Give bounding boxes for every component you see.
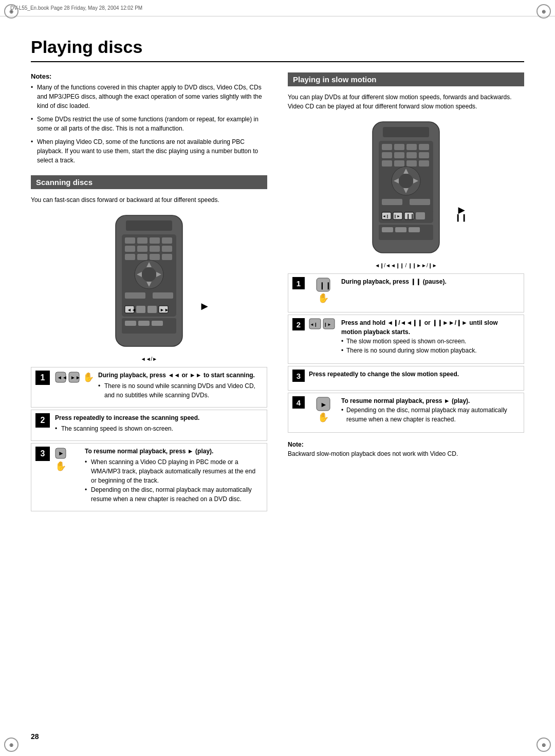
svg-rect-63	[382, 199, 402, 205]
svg-rect-53	[382, 160, 392, 167]
notes-list: Many of the functions covered in this ch…	[31, 83, 267, 165]
remote-image-slow: ❙❙ ◄❙ ❙►	[357, 119, 455, 258]
play-btn-slow-icon: ►	[316, 396, 331, 412]
scanning-steps: 1 ◄◄ ►►	[31, 367, 267, 511]
svg-rect-52	[419, 152, 429, 158]
hand-slow-1: ✋	[318, 292, 329, 304]
slow-step-3: 3 Press repeatedly to change the slow mo…	[288, 366, 524, 391]
svg-rect-73	[409, 227, 420, 232]
slow-motion-intro: You can play DVDs at four different slow…	[288, 93, 524, 111]
svg-text:►►: ►►	[70, 375, 80, 380]
svg-text:◄❙: ◄❙	[382, 214, 389, 218]
main-content: Playing discs Notes: Many of the functio…	[0, 16, 555, 544]
svg-rect-6	[162, 237, 172, 244]
header-bar: DV-L55_En.book Page 28 Friday, May 28, 2…	[0, 0, 555, 16]
step-num-1: 1	[35, 371, 50, 385]
svg-text:►: ►	[320, 400, 327, 409]
slow-motion-header: Playing in slow motion	[288, 72, 524, 86]
svg-rect-49	[382, 152, 392, 158]
svg-text:►►: ►►	[160, 307, 169, 312]
svg-rect-71	[382, 227, 393, 232]
page-title: Playing discs	[31, 37, 524, 62]
svg-text:◄◄: ◄◄	[127, 307, 136, 312]
svg-rect-7	[125, 246, 135, 252]
slow-remote-label: ◄❙/◄◄❙❙ / ❙❙►►/❙►	[375, 263, 437, 268]
svg-rect-56	[419, 160, 429, 167]
slow-step-num-3: 3	[292, 370, 305, 382]
right-column: Playing in slow motion You can play DVDs…	[288, 72, 524, 513]
svg-rect-4	[137, 237, 147, 244]
svg-rect-55	[406, 160, 417, 167]
slow-step-2: 2 ◄❙ ❙►	[288, 315, 524, 364]
remote-scanning-container: ◄◄ ►► ► ◄◄/►	[31, 213, 267, 362]
two-col-layout: Notes: Many of the functions covered in …	[31, 72, 524, 513]
slow-motion-steps: 1 ❙❙ ✋ During playback, press ❙❙ (pause)…	[288, 273, 524, 433]
remote-slow-container: ❙❙ ◄❙ ❙► ► ❙❙ ◄❙/◄◄❙❙ / ❙❙►►/❙►	[288, 119, 524, 268]
left-column: Notes: Many of the functions covered in …	[31, 72, 267, 513]
hand-scan-1: ✋	[83, 372, 94, 383]
scan-step-1-content: During playback, press ◄◄ or ►► to start…	[98, 371, 263, 400]
corner-mark-bl: ⊕	[4, 737, 18, 752]
note-item-1: Many of the functions covered in this ch…	[31, 83, 267, 110]
scan-step-2-content: Press repeatedly to increase the scannin…	[55, 413, 263, 433]
svg-rect-26	[147, 306, 157, 313]
corner-mark-tr: ⊕	[536, 4, 551, 19]
remote-image-scanning: ◄◄ ►►	[100, 213, 198, 352]
scan-arrow: ►	[199, 300, 210, 313]
svg-rect-22	[153, 292, 173, 299]
svg-text:►: ►	[58, 450, 64, 457]
note-label: Note:	[288, 441, 304, 448]
svg-rect-31	[152, 321, 163, 326]
svg-text:❙❙: ❙❙	[406, 213, 414, 219]
svg-rect-30	[138, 321, 150, 326]
svg-rect-9	[150, 246, 160, 252]
svg-rect-1	[126, 220, 172, 231]
svg-rect-10	[162, 246, 172, 252]
note-item-2: Some DVDs restrict the use of some funct…	[31, 115, 267, 133]
scan-step-1: 1 ◄◄ ►►	[31, 367, 267, 408]
slow-fwd-btn: ❙►	[323, 318, 335, 329]
svg-text:❙►: ❙►	[394, 214, 400, 218]
slow-step-1: 1 ❙❙ ✋ During playback, press ❙❙ (pause)…	[288, 273, 524, 312]
slow-bottom-note: Note: Backward slow-motion playback does…	[288, 440, 524, 458]
svg-rect-29	[125, 321, 136, 326]
svg-rect-48	[419, 144, 429, 150]
svg-rect-5	[150, 237, 160, 244]
slow-step-num-4: 4	[292, 396, 305, 409]
svg-rect-8	[137, 246, 147, 252]
svg-rect-43	[383, 127, 429, 137]
scan-remote-label: ◄◄/►	[141, 356, 157, 362]
slow-step-num-2: 2	[292, 318, 305, 330]
slow-step-1-content: During playback, press ❙❙ (pause).	[341, 277, 520, 286]
scan-step-2: 2 Press repeatedly to increase the scann…	[31, 410, 267, 441]
svg-rect-72	[395, 227, 406, 232]
svg-rect-45	[382, 144, 392, 150]
svg-text:◄◄: ◄◄	[57, 375, 66, 380]
slow-step-num-1: 1	[292, 277, 305, 289]
svg-point-16	[142, 267, 156, 282]
svg-rect-12	[137, 254, 147, 260]
slow-step-2-content: Press and hold ◄❙/◄◄❙❙ or ❙❙►►/❙► until …	[341, 318, 520, 355]
note-text: Backward slow-motion playback does not w…	[288, 450, 458, 457]
page-number: 28	[31, 732, 39, 741]
play-btn-icon: ►	[55, 448, 66, 459]
svg-text:❙❙: ❙❙	[319, 281, 331, 290]
corner-mark-br: ⊕	[536, 737, 551, 752]
svg-rect-3	[125, 237, 135, 244]
svg-rect-14	[162, 254, 172, 260]
scan-btn-right-icon: ►►	[68, 372, 80, 383]
scanning-section-header: Scanning discs	[31, 175, 267, 189]
scan-step-3: 3 ► ✋ To resume nor	[31, 443, 267, 511]
slow-back-btn: ◄❙	[309, 318, 321, 329]
svg-point-58	[399, 174, 413, 188]
scanning-intro: You can fast-scan discs forward or backw…	[31, 195, 267, 205]
header-file-info: DV-L55_En.book Page 28 Friday, May 28, 2…	[10, 5, 142, 11]
hand-slow-4: ✋	[318, 412, 329, 423]
svg-rect-13	[150, 254, 160, 260]
svg-text:◄❙: ◄❙	[310, 322, 318, 327]
svg-rect-69	[416, 212, 425, 219]
corner-mark-tl: ⊕	[4, 4, 18, 19]
svg-rect-54	[394, 160, 404, 167]
hand-scan-3: ✋	[55, 460, 81, 472]
svg-rect-25	[136, 306, 145, 313]
